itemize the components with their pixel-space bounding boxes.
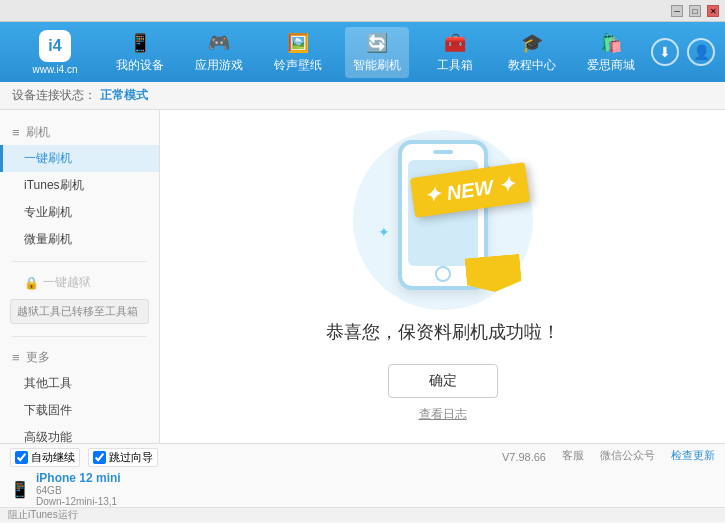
sidebar-item-itunes-flash[interactable]: iTunes刷机 [0,172,159,199]
phone-small-icon: 📱 [10,480,30,499]
sidebar-item-micro-flash[interactable]: 微量刷机 [0,226,159,253]
nav-items: 📱 我的设备 🎮 应用游戏 🖼️ 铃声壁纸 🔄 智能刷机 🧰 工具箱 🎓 [100,27,651,78]
bottom-section: 自动继续 跳过向导 📱 iPhone 12 mini 64GB Down-12m… [0,443,725,523]
advanced-label: 高级功能 [24,430,72,443]
checkbox-row: 自动继续 跳过向导 [10,448,158,467]
user-button[interactable]: 👤 [687,38,715,66]
jailbreak-header-disabled: 🔒 一键越狱 [0,270,159,295]
skip-guide-label: 跳过向导 [109,450,153,465]
my-device-icon: 📱 [126,31,154,55]
device-name: iPhone 12 mini [36,471,121,485]
phone-home-button [435,266,451,282]
sidebar-item-other-tools[interactable]: 其他工具 [0,370,159,397]
device-details: iPhone 12 mini 64GB Down-12mini-13,1 [36,471,121,507]
device-firmware: Down-12mini-13,1 [36,496,121,507]
more-section-label: 更多 [26,349,50,366]
main-wrapper: ≡ 刷机 一键刷机 iTunes刷机 专业刷机 微量刷机 [0,110,725,443]
pro-flash-label: 专业刷机 [24,205,72,219]
apps-games-icon: 🎮 [205,31,233,55]
skip-guide-checkbox-label[interactable]: 跳过向导 [88,448,158,467]
download-firmware-label: 下载固件 [24,403,72,417]
version-label: V7.98.66 [502,451,546,463]
success-message: 恭喜您，保资料刷机成功啦！ [326,320,560,344]
status-bar: 设备连接状态： 正常模式 [0,82,725,110]
phone-speaker [433,150,453,154]
sidebar-item-one-click-flash[interactable]: 一键刷机 [0,145,159,172]
divider-2 [12,336,147,337]
sidebar-section-flash: ≡ 刷机 一键刷机 iTunes刷机 专业刷机 微量刷机 [0,116,159,257]
bottom-left-panel: 自动继续 跳过向导 📱 iPhone 12 mini 64GB Down-12m… [10,448,158,507]
nav-label-wallpaper: 铃声壁纸 [274,57,322,74]
auto-advance-checkbox-label[interactable]: 自动继续 [10,448,80,467]
window-controls[interactable]: ─ □ ✕ [669,5,719,17]
bottom-right-panel: V7.98.66 客服 微信公众号 检查更新 [502,448,715,467]
check-update-link[interactable]: 检查更新 [671,448,715,463]
sidebar-section-more: ≡ 更多 其他工具 下载固件 高级功能 [0,341,159,443]
shop-icon: 🛍️ [597,31,625,55]
sidebar-section-more-header[interactable]: ≡ 更多 [0,345,159,370]
sparkle-3: ✦ [378,224,390,240]
status-label: 设备连接状态： [12,87,96,104]
sidebar: ≡ 刷机 一键刷机 iTunes刷机 专业刷机 微量刷机 [0,110,160,443]
divider-1 [12,261,147,262]
nav-label-apps-games: 应用游戏 [195,57,243,74]
nav-item-smart-flash[interactable]: 🔄 智能刷机 [345,27,409,78]
skip-guide-checkbox[interactable] [93,451,106,464]
itunes-status-bar: 阻止iTunes运行 [0,507,725,522]
other-tools-label: 其他工具 [24,376,72,390]
wallpaper-icon: 🖼️ [284,31,312,55]
download-button[interactable]: ⬇ [651,38,679,66]
nav-item-tutorials[interactable]: 🎓 教程中心 [500,27,564,78]
sidebar-item-advanced[interactable]: 高级功能 [0,424,159,443]
itunes-status: 阻止iTunes运行 [8,508,78,522]
itunes-flash-label: iTunes刷机 [24,178,84,192]
close-button[interactable]: ✕ [707,5,719,17]
logo-icon: i4 [39,30,71,62]
lock-icon: 🔒 [24,276,39,290]
flash-section-icon: ≡ [12,125,20,140]
flash-section-label: 刷机 [26,124,50,141]
logo-url: www.i4.cn [32,64,77,75]
status-value: 正常模式 [100,87,148,104]
more-section-icon: ≡ [12,350,20,365]
sidebar-item-pro-flash[interactable]: 专业刷机 [0,199,159,226]
nav-item-shop[interactable]: 🛍️ 爱思商城 [579,27,643,78]
confirm-button[interactable]: 确定 [388,364,498,398]
sidebar-item-download-firmware[interactable]: 下载固件 [0,397,159,424]
top-nav: i4 www.i4.cn 📱 我的设备 🎮 应用游戏 🖼️ 铃声壁纸 🔄 智能刷… [0,22,725,82]
wechat-public-link[interactable]: 微信公众号 [600,448,655,463]
title-bar: ─ □ ✕ [0,0,725,22]
minimize-button[interactable]: ─ [671,5,683,17]
smart-flash-icon: 🔄 [363,31,391,55]
nav-right-controls: ⬇ 👤 [651,38,715,66]
nav-label-my-device: 我的设备 [116,57,164,74]
illustration: ✦ ✦ ✦ ✦ NEW ✦ [343,130,543,300]
sidebar-section-jailbreak: 🔒 一键越狱 越狱工具已转移至工具箱 [0,266,159,332]
toolbox-icon: 🧰 [441,31,469,55]
jailbreak-notice: 越狱工具已转移至工具箱 [10,299,149,324]
nav-label-shop: 爱思商城 [587,57,635,74]
nav-item-wallpaper[interactable]: 🖼️ 铃声壁纸 [266,27,330,78]
content-area: ✦ ✦ ✦ ✦ NEW ✦ 恭喜您，保资料刷机成功啦！ 确定 查看日志 [160,110,725,443]
nav-item-my-device[interactable]: 📱 我的设备 [108,27,172,78]
nav-item-apps-games[interactable]: 🎮 应用游戏 [187,27,251,78]
nav-item-toolbox[interactable]: 🧰 工具箱 [425,27,485,78]
new-badge-text: ✦ NEW ✦ [423,173,517,208]
device-row: 📱 iPhone 12 mini 64GB Down-12mini-13,1 [10,471,158,507]
nav-label-tutorials: 教程中心 [508,57,556,74]
device-storage: 64GB [36,485,121,496]
bottom-controls-row: 自动继续 跳过向导 📱 iPhone 12 mini 64GB Down-12m… [10,448,715,507]
nav-label-toolbox: 工具箱 [437,57,473,74]
customer-service-link[interactable]: 客服 [562,448,584,463]
auto-advance-checkbox[interactable] [15,451,28,464]
auto-advance-label: 自动继续 [31,450,75,465]
micro-flash-label: 微量刷机 [24,232,72,246]
logo: i4 www.i4.cn [10,30,100,75]
one-click-flash-label: 一键刷机 [24,151,72,165]
sidebar-section-flash-header[interactable]: ≡ 刷机 [0,120,159,145]
skip-link[interactable]: 查看日志 [419,406,467,423]
jailbreak-notice-text: 越狱工具已转移至工具箱 [17,305,138,317]
jailbreak-label: 一键越狱 [43,274,91,291]
maximize-button[interactable]: □ [689,5,701,17]
tutorials-icon: 🎓 [518,31,546,55]
